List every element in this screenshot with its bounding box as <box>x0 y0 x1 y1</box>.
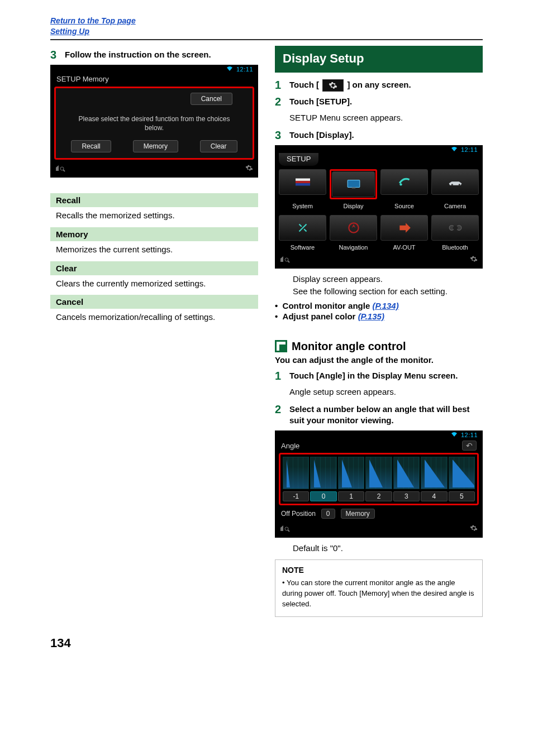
angle-memory-button[interactable]: Memory <box>341 509 375 519</box>
gear-icon[interactable] <box>470 255 478 265</box>
right-step-2: 2 Touch [SETUP]. <box>275 96 483 107</box>
monitor-step-2: 2 Select a number below an angle that wi… <box>275 404 483 427</box>
highlight-box: -1012345 <box>279 453 479 505</box>
svg-rect-13 <box>453 226 458 230</box>
note-box: NOTE • You can store the current monitor… <box>275 559 483 617</box>
off-position-label: Off Position <box>281 510 316 518</box>
header-rule <box>50 39 483 40</box>
section-link[interactable]: Setting Up <box>50 27 89 36</box>
gear-icon[interactable] <box>245 164 253 174</box>
tile-software[interactable] <box>279 215 326 241</box>
label-camera: Camera <box>431 203 479 209</box>
angle-tile-4[interactable] <box>421 457 447 489</box>
step-text: Select a number below an angle that will… <box>289 404 483 427</box>
page-ref-link[interactable]: (P.135) <box>358 312 384 321</box>
angle-tile-2[interactable] <box>365 457 392 489</box>
monitor-step-1: 1 Touch [Angle] in the Display Menu scre… <box>275 370 483 381</box>
def-memory-head: Memory <box>50 227 258 241</box>
sub-heading: Monitor angle control <box>275 340 483 353</box>
gear-icon[interactable] <box>470 524 478 534</box>
tile-system[interactable] <box>279 169 326 195</box>
screenshot-setup-menu: 12:11 SETUP <box>275 145 483 269</box>
left-column: 3 Follow the instruction on the screen. … <box>50 46 258 617</box>
label-avout: AV-OUT <box>380 244 428 251</box>
page-ref-link[interactable]: (P.134) <box>372 301 398 310</box>
angle-num-1[interactable]: 1 <box>338 491 364 501</box>
svg-rect-6 <box>351 187 355 188</box>
def-memory-body: Memorizes the current settings. <box>50 241 258 261</box>
step-sub: SETUP Menu screen appears. <box>289 112 483 124</box>
def-recall-head: Recall <box>50 193 258 207</box>
svg-rect-3 <box>296 179 310 181</box>
right-step-3: 3 Touch [Display]. <box>275 130 483 141</box>
angle-num-5[interactable]: 5 <box>449 491 475 501</box>
angle-tile--1[interactable] <box>283 457 309 489</box>
svg-rect-5 <box>348 180 360 187</box>
angle-num-0[interactable]: 0 <box>310 491 336 501</box>
angle-title: Angle <box>281 442 299 450</box>
status-time: 12:11 <box>236 66 253 73</box>
cancel-button[interactable]: Cancel <box>191 93 232 105</box>
label-navigation: Navigation <box>330 244 377 251</box>
section-marker-icon <box>275 340 287 352</box>
home-icon[interactable] <box>280 524 290 534</box>
def-cancel-body: Cancels memorization/recalling of settin… <box>50 309 258 329</box>
angle-tile-5[interactable] <box>449 457 475 489</box>
clear-button[interactable]: Clear <box>200 140 237 152</box>
step-number: 2 <box>275 404 285 415</box>
angle-num-3[interactable]: 3 <box>393 491 420 501</box>
angle-tile-0[interactable] <box>310 457 336 489</box>
angle-tile-1[interactable] <box>338 457 364 489</box>
angle-tile-3[interactable] <box>393 457 420 489</box>
sub-intro: You can adjust the angle of the monitor. <box>275 355 483 365</box>
angle-num-2[interactable]: 2 <box>365 491 392 501</box>
def-cancel-head: Cancel <box>50 295 258 309</box>
step-text: Touch [Display]. <box>289 130 354 141</box>
home-icon[interactable] <box>280 255 290 265</box>
bullet-label: Control monitor angle <box>283 301 370 310</box>
screenshot-title: SETUP Memory <box>51 73 258 87</box>
label-source: Source <box>380 203 428 209</box>
note-head: NOTE <box>282 564 475 576</box>
step-text: Touch [Angle] in the Display Menu screen… <box>289 370 458 381</box>
default-line: Default is "0". <box>293 543 483 553</box>
tile-bluetooth[interactable] <box>431 215 479 241</box>
tile-navigation[interactable] <box>330 215 377 241</box>
svg-point-7 <box>399 183 402 185</box>
svg-rect-4 <box>296 183 310 185</box>
screenshot-setup-memory: 12:11 SETUP Memory Cancel Please select … <box>50 65 258 178</box>
step-number: 2 <box>275 96 285 107</box>
step-text: Follow the instruction on the screen. <box>65 49 211 60</box>
settings-gear-icon <box>322 79 344 92</box>
tile-source[interactable] <box>380 169 428 195</box>
angle-num--1[interactable]: -1 <box>283 491 309 501</box>
dialog-message: Please select the desired function from … <box>60 115 248 132</box>
step-number: 1 <box>275 79 285 90</box>
off-position-value[interactable]: 0 <box>321 509 335 519</box>
top-return-link[interactable]: Return to the Top page <box>50 16 136 25</box>
tile-camera[interactable] <box>431 169 479 195</box>
home-icon[interactable] <box>55 164 65 174</box>
status-time: 12:11 <box>461 146 478 153</box>
screenshot-angle: 12:11 Angle ↶ -1012345 Off Position 0 Me… <box>275 430 483 538</box>
step-text: Touch [ ] on any screen. <box>289 79 411 92</box>
reference-bullets: • Control monitor angle (P.134) • Adjust… <box>275 301 483 321</box>
wifi-icon <box>451 432 458 438</box>
step-number: 3 <box>275 130 285 141</box>
memory-button[interactable]: Memory <box>133 140 178 152</box>
bullet-label: Adjust panel color <box>283 312 356 321</box>
tile-display[interactable] <box>332 171 375 197</box>
svg-point-8 <box>451 184 453 185</box>
svg-line-15 <box>288 261 289 262</box>
recall-button[interactable]: Recall <box>71 140 111 152</box>
right-step-1: 1 Touch [ ] on any screen. <box>275 79 483 92</box>
angle-num-4[interactable]: 4 <box>421 491 447 501</box>
left-step-3: 3 Follow the instruction on the screen. <box>50 49 258 60</box>
section-banner: Display Setup <box>275 46 483 73</box>
status-time: 12:11 <box>461 432 478 438</box>
step-text: Touch [SETUP]. <box>289 96 352 107</box>
tile-avout[interactable] <box>380 215 428 241</box>
page-number: 134 <box>50 636 483 650</box>
return-icon[interactable]: ↶ <box>462 441 477 451</box>
svg-line-1 <box>63 170 65 171</box>
